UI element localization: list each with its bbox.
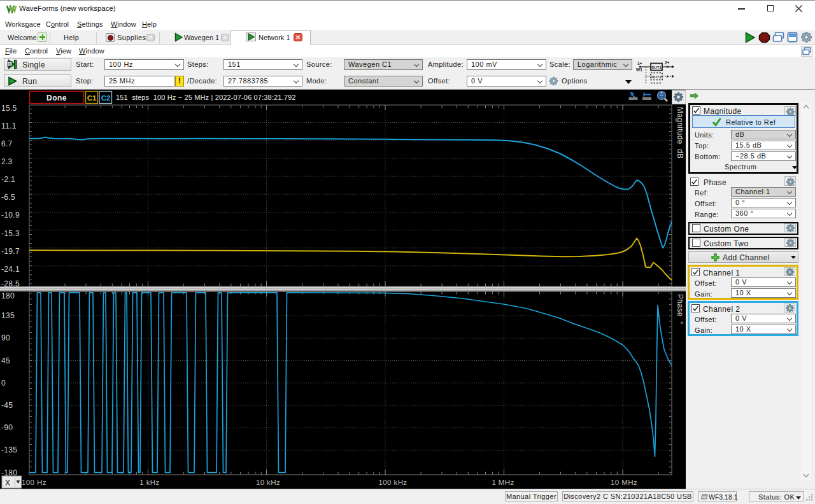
svg-text:X: X bbox=[5, 479, 10, 487]
svg-text:-15.3: -15.3 bbox=[1, 229, 20, 238]
svg-text:11.1: 11.1 bbox=[1, 122, 17, 130]
svg-text:W1: W1 bbox=[636, 67, 642, 72]
svg-text:1: 1 bbox=[8, 62, 11, 67]
svg-text:135: 135 bbox=[1, 311, 15, 320]
svg-text:10 kHz: 10 kHz bbox=[256, 479, 280, 486]
svg-text:C1: C1 bbox=[87, 94, 97, 102]
svg-text:-24.1: -24.1 bbox=[1, 265, 20, 274]
svg-text:DUT2: DUT2 bbox=[651, 75, 662, 79]
svg-text:151 steps 100 Hz − 25 MHz |: 151 steps 100 Hz − 25 MHz | 2022-07-06 0… bbox=[116, 94, 296, 101]
svg-text:2.3: 2.3 bbox=[1, 157, 13, 166]
svg-text:Magnitude dB: Magnitude dB bbox=[676, 107, 684, 158]
svg-text:45: 45 bbox=[1, 356, 10, 365]
svg-text:-10.9: -10.9 bbox=[1, 211, 20, 220]
svg-text:C2: C2 bbox=[101, 94, 111, 102]
svg-text:90: 90 bbox=[1, 333, 10, 342]
svg-text:Done: Done bbox=[46, 94, 67, 102]
svg-text:1 kHz: 1 kHz bbox=[139, 479, 159, 486]
svg-text:-90: -90 bbox=[1, 423, 13, 432]
svg-text:10 MHz: 10 MHz bbox=[611, 479, 637, 486]
svg-text:-28.5: -28.5 bbox=[1, 279, 20, 288]
svg-text:100 Hz: 100 Hz bbox=[22, 479, 46, 486]
svg-text:2+: 2+ bbox=[665, 60, 670, 65]
svg-text:0: 0 bbox=[1, 379, 6, 388]
svg-text:Phase °: Phase ° bbox=[676, 294, 684, 325]
svg-text:1 MHz: 1 MHz bbox=[492, 479, 514, 486]
svg-text:180: 180 bbox=[1, 291, 15, 300]
svg-text:1+: 1+ bbox=[637, 61, 642, 66]
svg-text:100 kHz: 100 kHz bbox=[379, 479, 408, 486]
svg-text:15.5: 15.5 bbox=[1, 104, 17, 113]
svg-text:-135: -135 bbox=[1, 445, 17, 454]
svg-text:-2.1: -2.1 bbox=[1, 175, 15, 184]
svg-text:-45: -45 bbox=[1, 401, 13, 410]
svg-text:6.7: 6.7 bbox=[1, 139, 13, 148]
svg-text:-6.5: -6.5 bbox=[1, 193, 15, 202]
svg-text:DUT1: DUT1 bbox=[651, 66, 662, 69]
svg-text:-19.7: -19.7 bbox=[1, 247, 20, 256]
